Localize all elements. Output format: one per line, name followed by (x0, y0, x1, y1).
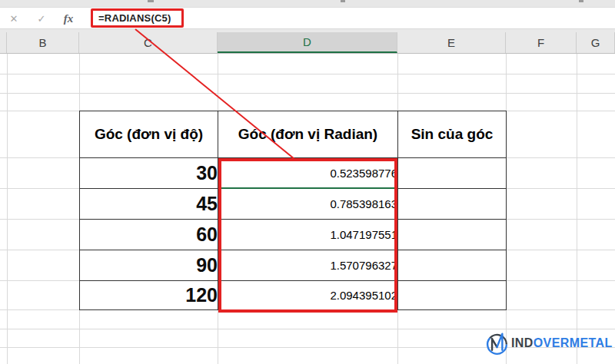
header-cell-sin[interactable]: Sin của góc (398, 111, 507, 158)
table-row: 30 0.523598776 (80, 158, 507, 189)
watermark-text-dark: IND (511, 336, 534, 349)
cell-sin[interactable] (398, 189, 507, 220)
column-header-row: B C D E F G (0, 29, 615, 54)
cancel-icon[interactable]: ✕ (0, 13, 28, 25)
cell-sin[interactable] (398, 281, 507, 310)
cell-radians[interactable]: 2.094395102 (218, 281, 398, 310)
cell-sin[interactable] (398, 220, 507, 250)
ribbon-strip (0, 0, 615, 8)
cell-sin[interactable] (398, 158, 507, 189)
ribbon-fragment (341, 0, 345, 2)
formula-bar: ✕ ✓ fx =RADIANS(C5) (0, 8, 615, 29)
column-header-c[interactable]: C (79, 32, 218, 53)
cell-radians[interactable]: 1.047197551 (218, 220, 398, 250)
table-row: 45 0.785398163 (80, 189, 507, 220)
column-header-b[interactable]: B (7, 32, 79, 53)
cell-degrees[interactable]: 60 (80, 220, 218, 250)
table-row: 60 1.047197551 (80, 220, 507, 250)
header-cell-degrees[interactable]: Góc (đơn vị độ) (80, 111, 218, 158)
cell-degrees[interactable]: 30 (80, 158, 218, 189)
table-row: 90 1.570796327 (80, 250, 507, 281)
ribbon-fragment (579, 0, 583, 2)
ribbon-fragment (148, 0, 154, 2)
column-header-e[interactable]: E (397, 32, 506, 53)
insert-function-icon[interactable]: fx (55, 12, 81, 25)
excel-screenshot: ✕ ✓ fx =RADIANS(C5) B C D E F G (0, 0, 615, 364)
column-header-g[interactable]: G (577, 32, 615, 53)
column-header-a[interactable] (0, 32, 7, 53)
cell-degrees[interactable]: 90 (80, 250, 218, 281)
watermark-text: INDOVERMETAL (511, 336, 613, 350)
cell-sin[interactable] (398, 250, 507, 281)
table-row: 120 2.094395102 (80, 281, 507, 310)
column-header-d[interactable]: D (218, 32, 397, 53)
indovermetal-logo-icon (484, 330, 510, 356)
angle-conversion-table: Góc (đơn vị độ) Góc (đơn vị Radian) Sin … (79, 111, 507, 310)
enter-icon[interactable]: ✓ (28, 13, 55, 25)
cell-degrees[interactable]: 120 (80, 281, 218, 310)
cell-radians[interactable]: 0.785398163 (218, 189, 398, 220)
header-cell-radians[interactable]: Góc (đơn vị Radian) (218, 111, 398, 158)
cell-degrees[interactable]: 45 (80, 189, 218, 220)
column-header-f[interactable]: F (506, 32, 577, 53)
formula-input[interactable]: =RADIANS(C5) (91, 8, 184, 28)
cell-radians[interactable]: 1.570796327 (218, 250, 398, 281)
watermark-text-blue: OVERMETAL (534, 336, 613, 349)
cell-radians[interactable]: 0.523598776 (218, 158, 398, 189)
watermark: INDOVERMETAL (484, 330, 613, 356)
table-header-row: Góc (đơn vị độ) Góc (đơn vị Radian) Sin … (80, 111, 507, 158)
